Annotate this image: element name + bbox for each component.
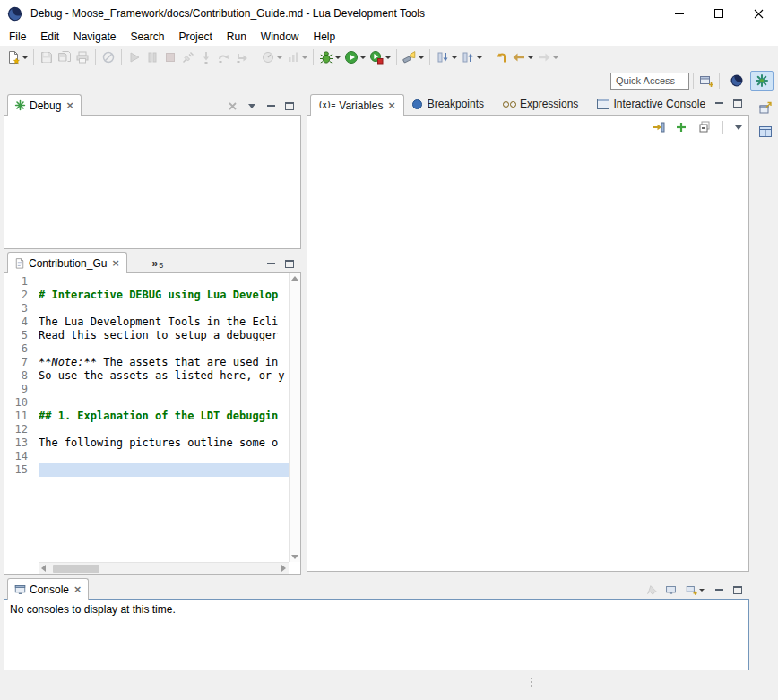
close-window-button[interactable] xyxy=(739,0,778,27)
terminate-button[interactable] xyxy=(161,48,179,67)
tab-contribution-guide[interactable]: Contribution_Gu × xyxy=(7,252,127,273)
profile-button[interactable] xyxy=(259,48,284,67)
step-over-button[interactable] xyxy=(215,48,233,67)
menu-item[interactable]: Search xyxy=(123,29,171,45)
editor-line[interactable]: 5 Read this section to setup a debugger xyxy=(4,329,289,342)
perspective-row: Quick Access xyxy=(0,69,778,92)
title-bar[interactable]: Debug - Moose_Framework/docs/Contributio… xyxy=(0,0,778,27)
scroll-down-icon[interactable] xyxy=(291,555,298,559)
view-tab[interactable]: Expressions xyxy=(496,93,590,115)
debug-perspective-button[interactable] xyxy=(750,71,774,91)
search-button[interactable] xyxy=(401,48,426,67)
editor-tab-overflow-button[interactable]: » 5 xyxy=(152,257,164,272)
debug-view-content[interactable] xyxy=(4,115,301,249)
editor-content[interactable]: 1 2 # Interactive DEBUG using Lua Develo… xyxy=(4,272,301,575)
editor-vertical-scrollbar[interactable] xyxy=(289,273,300,562)
trim-drag-handle[interactable] xyxy=(531,678,532,687)
tab-close-icon[interactable]: × xyxy=(65,99,73,111)
maximize-window-button[interactable] xyxy=(699,0,739,27)
menu-item[interactable]: Help xyxy=(307,29,343,45)
view-tab[interactable]: Interactive Console xyxy=(590,93,717,115)
forward-button[interactable] xyxy=(535,48,560,67)
menu-item[interactable]: File xyxy=(2,29,33,45)
editor-line[interactable]: 4 The Lua Development Tools in the Ecli xyxy=(4,315,289,329)
coverage-button[interactable] xyxy=(284,48,309,67)
save-all-button[interactable] xyxy=(56,48,73,67)
previous-annotation-button[interactable] xyxy=(459,48,484,67)
skip-all-breakpoints-button[interactable] xyxy=(99,48,117,67)
minimize-view-button[interactable] xyxy=(264,258,277,269)
menu-item[interactable]: Window xyxy=(254,29,307,45)
editor-line[interactable]: 11 ## 1. Explanation of the LDT debuggin xyxy=(4,410,289,423)
view-tab[interactable]: Breakpoints xyxy=(404,93,496,115)
tab-debug[interactable]: Debug × xyxy=(7,94,82,116)
step-return-button[interactable] xyxy=(233,48,251,67)
step-into-button[interactable] xyxy=(197,48,215,67)
suspend-button[interactable] xyxy=(143,48,161,67)
save-button[interactable] xyxy=(38,48,56,67)
minimize-view-button[interactable] xyxy=(713,584,725,595)
view-tab[interactable]: (x)= Variables × xyxy=(310,94,404,116)
maximize-view-button[interactable] xyxy=(731,98,744,108)
maximize-view-button[interactable] xyxy=(731,584,744,595)
editor-line[interactable]: 13 The following pictures outline some o xyxy=(4,436,289,450)
editor-line[interactable]: 12 xyxy=(4,423,289,436)
menu-item[interactable]: Run xyxy=(220,29,254,45)
maximize-view-button[interactable] xyxy=(283,100,296,111)
editor-text-area[interactable]: 1 2 # Interactive DEBUG using Lua Develo… xyxy=(4,275,289,562)
view-menu-button[interactable] xyxy=(246,100,258,111)
debug-button[interactable] xyxy=(317,48,342,67)
scrollbar-thumb[interactable] xyxy=(53,565,99,573)
remove-terminated-button[interactable] xyxy=(227,100,239,111)
quick-access-button[interactable]: Quick Access xyxy=(610,73,689,90)
open-perspective-button[interactable] xyxy=(697,71,715,91)
editor-line[interactable]: 2 # Interactive DEBUG using Lua Develop xyxy=(4,289,289,302)
editor-line[interactable]: 3 xyxy=(4,302,289,315)
next-annotation-button[interactable] xyxy=(434,48,459,67)
resume-button[interactable] xyxy=(125,48,143,67)
debug-view-panel: Debug × xyxy=(4,94,301,249)
disconnect-button[interactable] xyxy=(179,48,197,67)
run-external-tools-button[interactable] xyxy=(367,48,393,67)
maximize-view-button[interactable] xyxy=(283,258,296,269)
editor-line[interactable]: 1 xyxy=(4,275,289,289)
new-button[interactable] xyxy=(4,48,30,67)
display-selected-console-button[interactable] xyxy=(664,584,677,595)
variables-view-content[interactable] xyxy=(307,115,749,572)
tab-console[interactable]: Console × xyxy=(7,578,89,600)
pin-console-button[interactable] xyxy=(645,584,658,595)
open-console-button[interactable] xyxy=(683,584,706,595)
show-logical-structures-button[interactable] xyxy=(649,118,667,136)
minimize-view-button[interactable] xyxy=(713,98,725,108)
last-edit-location-button[interactable] xyxy=(492,48,510,67)
tab-close-icon[interactable]: × xyxy=(111,257,119,269)
scroll-up-icon[interactable] xyxy=(291,276,298,281)
add-global-variables-button[interactable] xyxy=(672,118,690,136)
tab-close-icon[interactable]: × xyxy=(387,99,395,111)
editor-line[interactable]: 6 xyxy=(4,342,289,356)
tab-close-icon[interactable]: × xyxy=(73,583,82,595)
minimize-window-button[interactable] xyxy=(660,0,699,27)
menu-item[interactable]: Navigate xyxy=(66,29,123,45)
run-button[interactable] xyxy=(342,48,367,67)
editor-line[interactable]: 8 So use the assets as listed here, or y xyxy=(4,369,289,383)
minimized-views-button[interactable] xyxy=(757,122,774,142)
view-menu-button[interactable] xyxy=(732,122,745,133)
editor-line[interactable]: 14 xyxy=(4,450,289,463)
editor-line[interactable]: 7 **Note:** The assets that are used in xyxy=(4,356,289,369)
editor-line[interactable]: 9 xyxy=(4,383,289,396)
restore-view-button[interactable] xyxy=(757,99,774,118)
editor-line[interactable]: 15 xyxy=(4,463,289,477)
scroll-left-icon[interactable] xyxy=(41,565,46,572)
back-button[interactable] xyxy=(510,48,535,67)
print-button[interactable] xyxy=(73,48,91,67)
menu-item[interactable]: Project xyxy=(171,29,219,45)
minimize-view-button[interactable] xyxy=(264,100,277,111)
menu-item[interactable]: Edit xyxy=(33,29,66,45)
console-message-area[interactable]: No consoles to display at this time. xyxy=(4,599,749,670)
ldt-perspective-button[interactable] xyxy=(725,71,748,91)
editor-horizontal-scrollbar[interactable] xyxy=(39,562,289,574)
collapse-all-button[interactable] xyxy=(696,118,713,136)
editor-line[interactable]: 10 xyxy=(4,396,289,410)
scroll-right-icon[interactable] xyxy=(281,565,286,572)
